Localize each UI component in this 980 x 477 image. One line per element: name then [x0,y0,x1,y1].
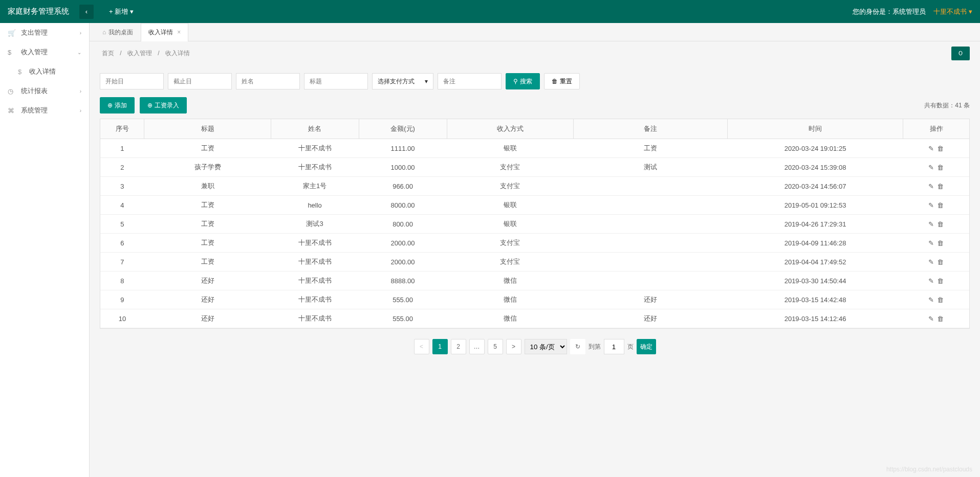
edit-icon[interactable]: ✎ [928,239,934,247]
table-cell: 555.00 [359,309,447,328]
reload-icon[interactable]: ↻ [570,339,585,354]
delete-icon[interactable]: 🗑 [937,220,944,228]
table-row: 3兼职家主1号966.00支付宝2020-03-24 14:56:07✎🗑 [100,177,969,196]
column-header: 操作 [903,119,969,139]
start-date-input[interactable] [100,73,164,89]
table-cell: 10 [100,309,144,328]
table-cell: 2020-03-24 19:01:25 [727,139,903,158]
edit-icon[interactable]: ✎ [928,315,934,323]
delete-icon[interactable]: 🗑 [937,258,944,266]
table-cell: 3 [100,177,144,196]
table-cell [573,177,727,196]
prev-page[interactable]: < [414,339,429,354]
table-cell: 2019-03-15 14:12:46 [727,309,903,328]
search-button[interactable]: ⚲搜索 [506,73,540,89]
delete-icon[interactable]: 🗑 [937,277,944,285]
table-cell: 银联 [447,139,573,158]
edit-icon[interactable]: ✎ [928,145,934,152]
end-date-input[interactable] [168,73,232,89]
app-title: 家庭财务管理系统 [8,7,69,16]
chevron-icon: ⌄ [77,50,81,55]
table-cell: 6 [100,234,144,253]
table-cell: 十里不成书 [271,271,359,290]
sidebar-item-支出管理[interactable]: 🛒支出管理› [0,23,89,42]
table-cell: 8888.00 [359,271,447,290]
table-cell: 还好 [144,290,271,309]
delete-icon[interactable]: 🗑 [937,315,944,323]
edit-icon[interactable]: ✎ [928,220,934,228]
table-cell: 5 [100,215,144,234]
breadcrumb-item[interactable]: 收入管理 [127,50,152,57]
breadcrumb-item[interactable]: 首页 [102,50,114,57]
sidebar-subitem-收入详情[interactable]: $收入详情 [0,62,89,81]
edit-icon[interactable]: ✎ [928,201,934,209]
table-cell: 工资 [144,139,271,158]
note-input[interactable] [438,73,502,89]
table-cell [573,215,727,234]
sidebar-item-系统管理[interactable]: ⌘系统管理› [0,101,89,120]
page-5[interactable]: 5 [488,339,503,354]
name-input[interactable] [236,73,300,89]
delete-icon[interactable]: 🗑 [937,201,944,209]
sidebar-item-收入管理[interactable]: $收入管理⌄ [0,42,89,62]
table-cell: 2000.00 [359,234,447,253]
tab-我的桌面[interactable]: ⌂我的桌面 [95,23,141,41]
table-cell: 工资 [573,139,727,158]
tabs: ⌂我的桌面收入详情× [90,23,980,41]
column-header: 备注 [573,119,727,139]
table-cell: 8000.00 [359,196,447,215]
table-cell: 2020-03-24 15:39:08 [727,158,903,177]
column-header: 金额(元) [359,119,447,139]
refresh-button[interactable]: Ｏ [951,47,970,60]
table-cell: 还好 [144,309,271,328]
table-cell: 支付宝 [447,158,573,177]
reset-button[interactable]: 🗑重置 [544,73,580,89]
sidebar: 🛒支出管理›$收入管理⌄$收入详情◷统计报表›⌘系统管理› [0,23,90,477]
tab-收入详情[interactable]: 收入详情× [141,23,188,41]
add-new-dropdown[interactable]: + 新增 ▾ [109,7,134,16]
edit-icon[interactable]: ✎ [928,277,934,285]
edit-icon[interactable]: ✎ [928,296,934,304]
table-row: 6工资十里不成书2000.00支付宝2019-04-09 11:46:28✎🗑 [100,234,969,253]
page-1[interactable]: 1 [432,339,448,354]
page-…[interactable]: … [469,339,485,354]
sidebar-item-统计报表[interactable]: ◷统计报表› [0,81,89,101]
column-header: 时间 [727,119,903,139]
delete-icon[interactable]: 🗑 [937,183,944,190]
page-2[interactable]: 2 [451,339,466,354]
user-dropdown[interactable]: 十里不成书 ▾ [933,7,972,16]
edit-icon[interactable]: ✎ [928,183,934,190]
delete-icon[interactable]: 🗑 [937,145,944,152]
sidebar-toggle[interactable]: ‹ [79,5,94,19]
title-input[interactable] [304,73,368,89]
page-size-select[interactable]: 10 条/页 [525,339,567,354]
table-row: 2孩子学费十里不成书1000.00支付宝测试2020-03-24 15:39:0… [100,158,969,177]
edit-icon[interactable]: ✎ [928,164,934,171]
table-row: 7工资十里不成书2000.00支付宝2019-04-04 17:49:52✎🗑 [100,253,969,271]
add-button[interactable]: ⊕添加 [100,97,135,113]
delete-icon[interactable]: 🗑 [937,164,944,171]
table-cell: 十里不成书 [271,309,359,328]
table-cell: 2019-03-15 14:42:48 [727,290,903,309]
table-cell: 7 [100,253,144,271]
close-icon[interactable]: × [177,29,181,36]
plus-icon: ⊕ [107,102,113,109]
menu-label: 支出管理 [21,28,80,37]
table-cell: 工资 [144,234,271,253]
edit-icon[interactable]: ✎ [928,258,934,266]
chevron-icon: › [80,108,81,113]
table-cell: 2019-03-30 14:50:44 [727,271,903,290]
table-row: 4工资hello8000.00银联2019-05-01 09:12:53✎🗑 [100,196,969,215]
salary-entry-button[interactable]: ⊕工资录入 [140,97,187,113]
breadcrumb-item[interactable]: 收入详情 [165,50,190,57]
breadcrumb: 首页 / 收入管理 / 收入详情 [100,49,951,58]
table-cell [573,196,727,215]
goto-page-input[interactable] [604,339,624,354]
delete-icon[interactable]: 🗑 [937,239,944,247]
pay-method-select[interactable]: 选择支付方式▾ [372,73,433,89]
delete-icon[interactable]: 🗑 [937,296,944,304]
goto-confirm[interactable]: 确定 [637,339,656,354]
plus-icon: ⊕ [147,102,153,109]
next-page[interactable]: > [506,339,521,354]
watermark: https://blog.csdn.net/pastclouds [886,466,972,473]
